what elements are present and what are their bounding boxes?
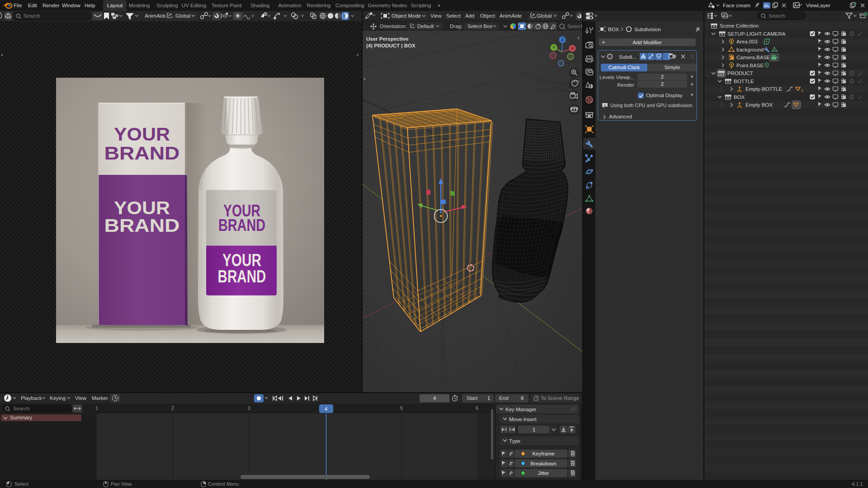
svg-text:View: View (75, 395, 86, 401)
svg-text:YOUR: YOUR (114, 124, 170, 145)
svg-text:3: 3 (801, 89, 803, 93)
svg-text:Jitter: Jitter (538, 470, 549, 476)
svg-text:Key Manager: Key Manager (505, 407, 537, 412)
svg-text:Object: Object (480, 13, 495, 19)
svg-text:Empty BOX: Empty BOX (745, 102, 773, 108)
svg-text:Search: Search (769, 13, 785, 19)
svg-text:Empty-BOTTLE: Empty-BOTTLE (745, 86, 782, 92)
svg-text:SETUP-LIGHT-CAMERA: SETUP-LIGHT-CAMERA (727, 31, 786, 37)
svg-text:AnimAide: AnimAide (145, 13, 167, 19)
svg-text:BRAND: BRAND (104, 143, 180, 164)
svg-text:Scene Collection: Scene Collection (720, 23, 759, 28)
svg-text:PRODUCT: PRODUCT (727, 70, 753, 76)
svg-text:6: 6 (521, 395, 524, 401)
svg-text:Camera.BASE: Camera.BASE (736, 55, 770, 60)
svg-text:Type: Type (509, 438, 520, 444)
svg-text:BOX: BOX (734, 94, 745, 100)
svg-text:1: 1 (533, 427, 535, 432)
svg-text:Start: Start (467, 395, 478, 401)
svg-text:BRAND: BRAND (218, 267, 266, 286)
svg-text:X: X (571, 46, 574, 51)
svg-text:Global: Global (537, 13, 552, 19)
svg-text:Global: Global (175, 13, 190, 19)
svg-text:Search: Search (24, 13, 40, 19)
svg-text:Breakdown: Breakdown (530, 461, 557, 466)
svg-text:Subdi...: Subdi... (619, 54, 637, 60)
svg-text:End: End (499, 395, 508, 401)
svg-text:4: 4 (325, 406, 327, 412)
svg-text:2: 2 (171, 405, 174, 411)
svg-text:5: 5 (400, 405, 403, 411)
svg-text:4: 4 (433, 395, 436, 401)
svg-text:Keying: Keying (50, 395, 66, 401)
svg-text:Point.BASE: Point.BASE (736, 63, 764, 68)
svg-text:Marker: Marker (92, 395, 108, 401)
svg-text:BRAND: BRAND (218, 216, 265, 235)
svg-text:Search: Search (13, 406, 29, 411)
svg-text:Playback: Playback (21, 395, 42, 401)
svg-text:Keyframe: Keyframe (532, 451, 554, 456)
svg-text:Drag:: Drag: (450, 23, 462, 29)
svg-text:1: 1 (95, 405, 98, 411)
svg-text:To Scene Range: To Scene Range (541, 395, 579, 401)
svg-text:Search: Search (567, 23, 582, 29)
svg-text:Select Box: Select Box (467, 23, 492, 29)
svg-text:BRAND: BRAND (104, 215, 180, 236)
svg-text:BOTTLE: BOTTLE (734, 79, 754, 84)
svg-text:6: 6 (476, 405, 478, 411)
svg-text:BOX: BOX (608, 27, 619, 32)
svg-text:Default: Default (417, 23, 434, 29)
svg-text:background: background (736, 47, 764, 52)
svg-text:Subdivision: Subdivision (634, 27, 661, 32)
svg-text:Orientation:: Orientation: (380, 23, 406, 29)
svg-text:Area.003: Area.003 (736, 39, 758, 44)
svg-text:Move-Insert: Move-Insert (509, 417, 537, 422)
svg-text:Y: Y (552, 45, 555, 50)
svg-text:View: View (430, 13, 442, 19)
svg-text:Add: Add (465, 13, 474, 19)
svg-text:Select: Select (446, 13, 461, 19)
svg-text:3: 3 (248, 405, 250, 411)
svg-text:Object Mode: Object Mode (392, 13, 421, 19)
svg-text:Z: Z (561, 38, 563, 42)
svg-text:AnimAide: AnimAide (500, 13, 522, 19)
svg-text:1: 1 (487, 395, 490, 401)
